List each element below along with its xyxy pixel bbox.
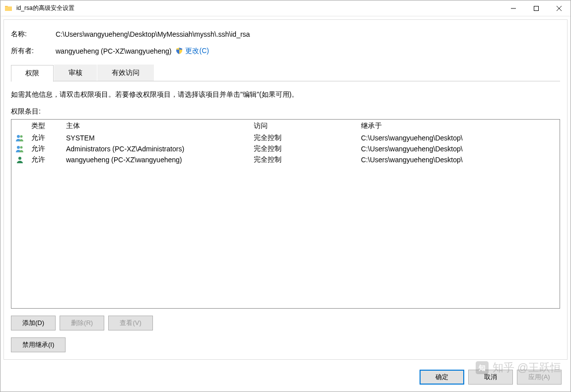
inherit-buttons: 禁用继承(I) [11,337,560,352]
cancel-button[interactable]: 取消 [468,370,513,385]
cell-access: 完全控制 [254,144,361,153]
tab-effective[interactable]: 有效访问 [97,65,154,81]
minimize-button[interactable] [502,0,525,16]
svg-rect-0 [534,6,539,10]
tab-content: 如需其他信息，请双击权限项目。若要修改权限项目，请选择该项目并单击"编辑"(如果… [11,81,560,352]
table-row[interactable]: 允许 wangyueheng (PC-XZ\wangyueheng) 完全控制 … [11,154,560,165]
tab-bar: 权限 审核 有效访问 [11,65,560,81]
cell-access: 完全控制 [254,133,361,142]
table-row[interactable]: 允许 SYSTEM 完全控制 C:\Users\wangyueheng\Desk… [11,132,560,143]
add-button[interactable]: 添加(D) [11,316,56,330]
cell-principal: Administrators (PC-XZ\Administrators) [66,145,254,153]
shield-icon [175,47,183,55]
close-button[interactable] [548,0,571,16]
cell-access: 完全控制 [254,155,361,164]
col-type[interactable]: 类型 [31,122,66,131]
dialog-buttons: 确定 取消 应用(A) [0,363,571,392]
apply-button: 应用(A) [517,370,562,385]
content-area: 名称: C:\Users\wangyueheng\Desktop\MyMessi… [3,19,568,360]
permissions-table[interactable]: 类型 主体 访问 继承于 允许 SYSTEM 完全控制 C:\Users\wan… [11,119,560,309]
folder-icon [4,4,12,12]
owner-row: 所有者: wangyueheng (PC-XZ\wangyueheng) 更改(… [11,47,560,56]
cell-type: 允许 [31,155,66,164]
cell-type: 允许 [31,144,66,153]
cell-type: 允许 [31,133,66,142]
titlebar: id_rsa的高级安全设置 [0,0,571,16]
disable-inherit-button[interactable]: 禁用继承(I) [11,337,66,352]
security-settings-window: id_rsa的高级安全设置 名称: C:\Users\wangyueheng\D… [0,0,571,392]
person-icon [15,156,31,164]
change-owner-link[interactable]: 更改(C) [175,47,209,56]
cell-inherit: C:\Users\wangyueheng\Desktop\ [361,156,556,164]
people-icon [15,145,31,153]
name-label: 名称: [11,30,56,39]
change-link-text: 更改(C) [185,47,209,56]
svg-point-2 [20,135,23,138]
name-value: C:\Users\wangyueheng\Desktop\MyMessiah\m… [56,30,250,38]
cell-inherit: C:\Users\wangyueheng\Desktop\ [361,134,556,142]
tab-audit[interactable]: 审核 [54,65,97,81]
cell-principal: SYSTEM [66,134,254,142]
ok-button[interactable]: 确定 [420,370,464,385]
window-title: id_rsa的高级安全设置 [16,4,502,12]
col-inherit[interactable]: 继承于 [361,122,556,131]
entries-label: 权限条目: [11,107,560,116]
svg-point-4 [20,146,23,149]
owner-value: wangyueheng (PC-XZ\wangyueheng) [56,47,171,55]
people-icon [15,134,31,142]
table-header: 类型 主体 访问 继承于 [11,120,560,132]
view-button: 查看(V) [108,316,153,330]
cell-principal: wangyueheng (PC-XZ\wangyueheng) [66,156,254,164]
table-row[interactable]: 允许 Administrators (PC-XZ\Administrators)… [11,143,560,154]
col-access[interactable]: 访问 [254,122,361,131]
svg-point-5 [18,157,21,160]
maximize-button[interactable] [525,0,548,16]
entry-buttons: 添加(D) 删除(R) 查看(V) [11,316,560,330]
svg-point-3 [17,146,20,149]
col-principal[interactable]: 主体 [66,122,254,131]
remove-button: 删除(R) [60,316,104,330]
owner-label: 所有者: [11,47,56,56]
tab-permissions[interactable]: 权限 [11,65,54,82]
cell-inherit: C:\Users\wangyueheng\Desktop\ [361,145,556,153]
instructions-text: 如需其他信息，请双击权限项目。若要修改权限项目，请选择该项目并单击"编辑"(如果… [11,90,560,99]
name-row: 名称: C:\Users\wangyueheng\Desktop\MyMessi… [11,30,560,39]
svg-point-1 [17,135,20,138]
